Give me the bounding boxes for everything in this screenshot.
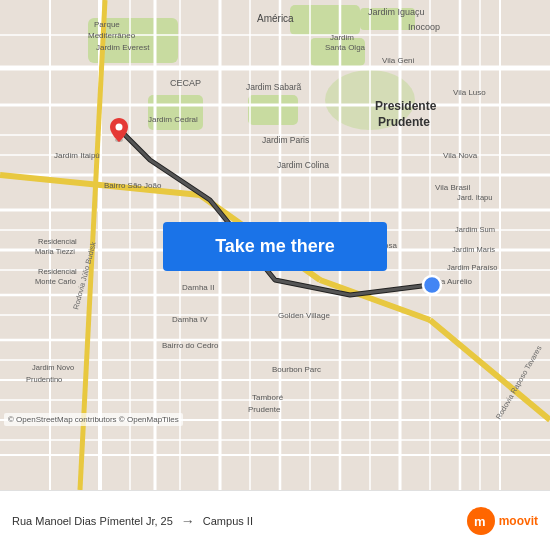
svg-text:Vila Luso: Vila Luso	[453, 88, 486, 97]
moovit-logo: m moovit	[467, 507, 538, 535]
svg-text:Mediterrâneo: Mediterrâneo	[88, 31, 136, 40]
svg-text:Presidente: Presidente	[375, 99, 437, 113]
svg-text:Maria Tiezzi: Maria Tiezzi	[35, 247, 75, 256]
svg-text:Jardim Cedral: Jardim Cedral	[148, 115, 198, 124]
svg-text:m: m	[474, 514, 486, 529]
svg-text:CECAP: CECAP	[170, 78, 201, 88]
svg-text:Jardim Maris: Jardim Maris	[452, 245, 495, 254]
svg-text:Vila Nova: Vila Nova	[443, 151, 478, 160]
svg-text:Residencial: Residencial	[38, 237, 77, 246]
svg-text:Tamboré: Tamboré	[252, 393, 284, 402]
moovit-icon: m	[467, 507, 495, 535]
bottom-bar: Rua Manoel Dias Pímentel Jr, 25 → Campus…	[0, 490, 550, 550]
svg-text:Prudente: Prudente	[248, 405, 281, 414]
route-to: Campus II	[203, 515, 253, 527]
svg-text:Jardim Everest: Jardim Everest	[96, 43, 150, 52]
svg-text:Prudentino: Prudentino	[26, 375, 62, 384]
svg-text:Jardim Colina: Jardim Colina	[277, 160, 329, 170]
svg-text:Jardim Novo: Jardim Novo	[32, 363, 74, 372]
moovit-brand-name: moovit	[499, 514, 538, 528]
svg-rect-6	[248, 95, 298, 125]
svg-text:Jardim: Jardim	[330, 33, 354, 42]
svg-point-96	[116, 124, 123, 131]
svg-text:Vila Geni: Vila Geni	[382, 56, 415, 65]
svg-text:Jardim Paraíso: Jardim Paraíso	[447, 263, 497, 272]
svg-text:Jardim Sum: Jardim Sum	[455, 225, 495, 234]
svg-text:Damha II: Damha II	[182, 283, 214, 292]
svg-text:Parque: Parque	[94, 20, 120, 29]
svg-text:Bairro São João: Bairro São João	[104, 181, 162, 190]
svg-text:Monte Carlo: Monte Carlo	[35, 277, 76, 286]
svg-text:Bourbon Parc: Bourbon Parc	[272, 365, 321, 374]
svg-text:Residencial: Residencial	[38, 267, 77, 276]
route-info: Rua Manoel Dias Pímentel Jr, 25 → Campus…	[12, 513, 467, 529]
svg-point-98	[427, 280, 437, 290]
map-container: América Jardim Iguaçu Inocoop Parque Med…	[0, 0, 550, 490]
map-attribution: © OpenStreetMap contributors © OpenMapTi…	[4, 413, 183, 426]
route-from: Rua Manoel Dias Pímentel Jr, 25	[12, 515, 173, 527]
svg-text:Jardim Iguaçu: Jardim Iguaçu	[368, 7, 425, 17]
svg-text:Jardim Paris: Jardim Paris	[262, 135, 309, 145]
svg-text:Inocoop: Inocoop	[408, 22, 440, 32]
svg-text:Jardim Sabarã: Jardim Sabarã	[246, 82, 302, 92]
svg-text:Golden Village: Golden Village	[278, 311, 330, 320]
svg-text:Damha IV: Damha IV	[172, 315, 208, 324]
svg-text:Santa Olga: Santa Olga	[325, 43, 366, 52]
route-arrow-icon: →	[181, 513, 195, 529]
take-me-there-button[interactable]: Take me there	[163, 222, 387, 271]
svg-text:Vila Brasil: Vila Brasil	[435, 183, 471, 192]
svg-text:Jard. Itapu: Jard. Itapu	[457, 193, 492, 202]
svg-text:América: América	[257, 13, 294, 24]
svg-rect-2	[290, 5, 360, 35]
svg-text:Bairro do Cedro: Bairro do Cedro	[162, 341, 219, 350]
svg-text:Prudente: Prudente	[378, 115, 430, 129]
svg-text:Jardim Itaipú: Jardim Itaipú	[54, 151, 100, 160]
